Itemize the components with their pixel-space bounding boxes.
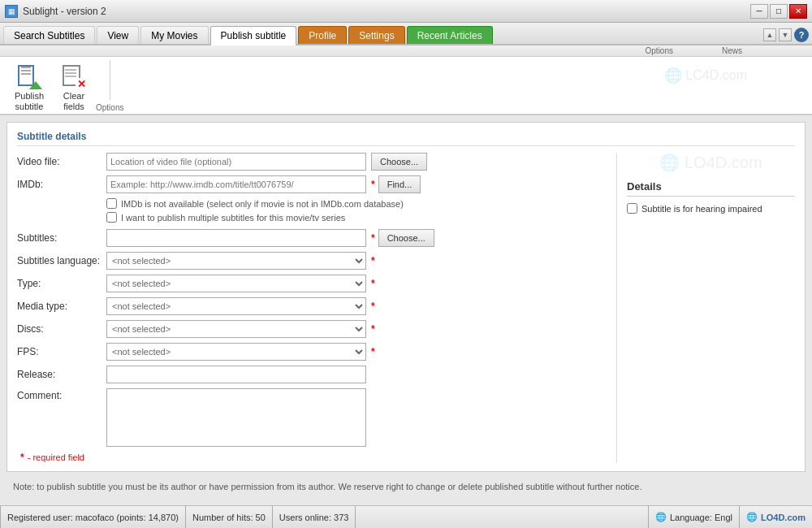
discs-select[interactable]: <not selected> (106, 320, 366, 338)
tab-recent[interactable]: Recent Articles (407, 26, 493, 44)
language-select[interactable]: <not selected> (106, 252, 366, 270)
window-title: Sublight - version 2 (23, 6, 106, 17)
release-label: Release: (17, 369, 106, 380)
tab-profile[interactable]: Profile (298, 26, 347, 44)
discs-row: Discs: <not selected> * (17, 320, 603, 338)
hearing-impaired-checkbox[interactable] (627, 203, 637, 214)
clear-fields-button[interactable]: ✕ Clear fields (54, 60, 94, 115)
tab-search[interactable]: Search Subtitles (3, 26, 95, 44)
publish-subtitle-button[interactable]: Publish subtitle (6, 60, 52, 115)
subtitles-label: Subtitles: (17, 232, 106, 244)
status-bar: Registered user: macofaco (points: 14,87… (0, 505, 812, 528)
tab-mymovies[interactable]: My Movies (140, 26, 208, 44)
group-labels-row: Options News (0, 45, 812, 57)
comment-label: Comment: (17, 388, 106, 401)
clear-icon: ✕ (61, 63, 87, 89)
imdb-label: IMDb: (17, 179, 106, 190)
type-label: Type: (17, 278, 106, 289)
imdb-row: IMDb: * Find... (17, 175, 603, 193)
type-row: Type: <not selected> * (17, 275, 603, 292)
video-file-choose-button[interactable]: Choose... (371, 153, 427, 171)
publish-icon (16, 63, 42, 89)
video-file-row: Video file: Choose... (17, 153, 603, 171)
subtitles-row: Subtitles: * Choose... (17, 229, 603, 247)
comment-textarea[interactable] (106, 388, 366, 447)
content-watermark: 🌐 LO4D.com (627, 153, 795, 172)
details-panel: 🌐 LO4D.com Details Subtitle is for heari… (616, 153, 795, 463)
required-note: * - required field (17, 452, 603, 463)
fps-label: FPS: (17, 346, 106, 357)
language-label: Subtitles language: (17, 255, 106, 266)
comment-row: Comment: (17, 388, 603, 447)
imdb-required-star: * (371, 179, 375, 190)
options-group-label: Options (646, 46, 673, 55)
status-hits: Number of hits: 50 (186, 506, 273, 528)
status-language: 🌐 Language: Engl (648, 506, 739, 528)
hearing-impaired-row: Subtitle is for hearing impaired (627, 203, 795, 214)
publish-button-label: Publish subtitle (15, 91, 44, 112)
imdb-unavailable-label: IMDb is not available (select only if mo… (121, 199, 404, 209)
media-type-select[interactable]: <not selected> (106, 297, 366, 315)
scroll-right-button[interactable]: ▼ (779, 28, 792, 41)
language-row: Subtitles language: <not selected> * (17, 252, 603, 270)
required-note-text: - required field (28, 452, 84, 462)
imdb-input[interactable] (106, 175, 366, 193)
type-select[interactable]: <not selected> (106, 275, 366, 292)
news-group-label: News (722, 46, 742, 55)
subtitle-details-section: Subtitle details Video file: Choose... I… (6, 122, 806, 472)
tab-view[interactable]: View (97, 26, 139, 44)
help-button[interactable]: ? (794, 28, 809, 42)
scroll-left-button[interactable]: ▲ (763, 28, 776, 41)
release-input[interactable] (106, 366, 366, 383)
app-icon: ▦ (5, 5, 18, 18)
main-content: Subtitle details Video file: Choose... I… (0, 115, 812, 505)
toolbar-group-label: Options (96, 103, 123, 112)
toolbar-watermark: 🌐LC4D.com (664, 67, 747, 84)
status-logo: 🌐 LO4D.com (739, 506, 812, 528)
fps-row: FPS: <not selected> * (17, 343, 603, 361)
maximize-button[interactable]: □ (770, 4, 788, 19)
details-title: Details (627, 180, 795, 197)
multiple-subtitles-label: I want to publish multiple subtitles for… (121, 213, 345, 223)
toolbar: 🌐LC4D.com Publish subtitle ✕ Clear field… (0, 57, 812, 115)
discs-label: Discs: (17, 323, 106, 335)
info-note: Note: to publish subtitle you must be it… (6, 478, 806, 495)
subtitles-choose-button[interactable]: Choose... (378, 229, 434, 247)
imdb-unavailable-row: IMDb is not available (select only if mo… (17, 198, 603, 209)
hearing-impaired-label: Subtitle is for hearing impaired (641, 204, 762, 214)
clear-button-label: Clear fields (63, 91, 84, 112)
lo4d-icon: 🌐 (746, 512, 758, 522)
tab-publish[interactable]: Publish subtitle (210, 26, 297, 45)
subtitles-required-star: * (371, 232, 375, 244)
media-type-row: Media type: <not selected> * (17, 297, 603, 315)
nav-area: Search Subtitles View My Movies Publish … (0, 23, 812, 45)
minimize-button[interactable]: ─ (750, 4, 768, 19)
window-controls: ─ □ ✕ (750, 4, 807, 19)
media-type-label: Media type: (17, 301, 106, 312)
close-button[interactable]: ✕ (789, 4, 807, 19)
section-title: Subtitle details (17, 131, 795, 146)
status-online: Users online: 373 (273, 506, 356, 528)
fps-select[interactable]: <not selected> (106, 343, 366, 361)
tab-settings[interactable]: Settings (348, 26, 404, 44)
subtitles-input[interactable] (106, 229, 366, 247)
title-bar: ▦ Sublight - version 2 ─ □ ✕ (0, 0, 812, 23)
type-required-star: * (371, 278, 375, 289)
fps-required-star: * (371, 346, 375, 357)
discs-required-star: * (371, 323, 375, 335)
language-required-star: * (371, 255, 375, 266)
video-file-input[interactable] (106, 153, 366, 171)
imdb-find-button[interactable]: Find... (378, 175, 421, 193)
globe-icon: 🌐 (655, 512, 667, 522)
multiple-subtitles-checkbox[interactable] (106, 212, 117, 223)
video-file-label: Video file: (17, 156, 106, 167)
release-row: Release: (17, 366, 603, 383)
multiple-subtitles-row: I want to publish multiple subtitles for… (17, 212, 603, 223)
imdb-unavailable-checkbox[interactable] (106, 198, 117, 209)
status-registered: Registered user: macofaco (points: 14,87… (0, 506, 186, 528)
media-type-required-star: * (371, 301, 375, 312)
